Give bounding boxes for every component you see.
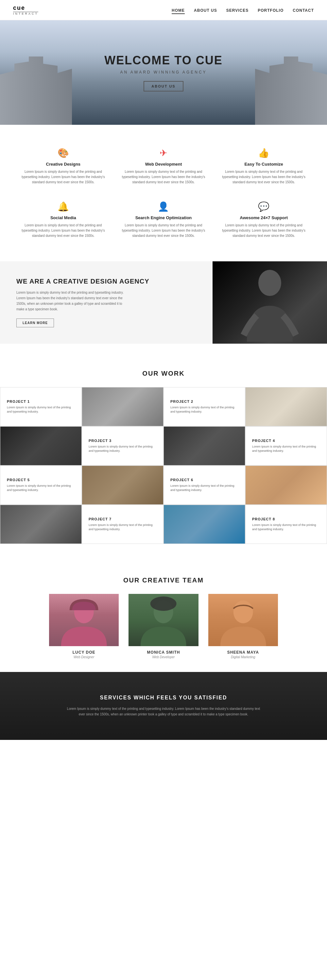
service-desc-creative: Lorem Ipsum is simply dummy text of the … [20, 169, 107, 185]
work-section-title: OUR WORK [0, 370, 327, 377]
project-3-desc: Lorem Ipsum is simply dummy text of the … [89, 445, 156, 453]
nav-portfolio[interactable]: PORTFOLIO [258, 8, 284, 13]
service-title-support: Awesome 24×7 Support [220, 215, 307, 220]
team-grid: LUCY DOE Web Designer MONICA SMITH Web D… [49, 594, 278, 659]
project-2-text: PROJECT 2 Lorem Ipsum is simply dummy te… [164, 387, 245, 426]
logo[interactable]: cue INTERACT [13, 5, 38, 15]
project-3-title: PROJECT 3 [89, 439, 156, 442]
project-1-text: PROJECT 1 Lorem Ipsum is simply dummy te… [0, 387, 82, 426]
team-photo-monica-inner [129, 594, 198, 646]
team-member-lucy: LUCY DOE Web Designer [49, 594, 119, 659]
service-item-web: ✈ Web Development Lorem Ipsum is simply … [117, 145, 211, 188]
project-8-title: PROJECT 8 [252, 517, 320, 521]
team-name-lucy: LUCY DOE [49, 650, 119, 655]
project-7-desc: Lorem Ipsum is simply dummy text of the … [89, 523, 156, 532]
team-section: OUR CREATIVE TEAM LUCY DOE Web Designer [0, 557, 327, 672]
work-section: OUR WORK PROJECT 1 Lorem Ipsum is simply… [0, 350, 327, 557]
agency-text-block: WE ARE A CREATIVE DESIGN AGENCY Lorem Ip… [0, 261, 212, 344]
logo-sub: INTERACT [13, 12, 38, 15]
hero-subtitle: AN AWARD WINNING AGENCY [104, 70, 222, 75]
service-item-creative: 🎨 Creative Designs Lorem Ipsum is simply… [16, 145, 110, 188]
svg-point-4 [233, 600, 253, 623]
services-grid: 🎨 Creative Designs Lorem Ipsum is simply… [16, 145, 311, 242]
project-2-desc: Lorem Ipsum is simply dummy text of the … [171, 406, 238, 414]
hero-cta-button[interactable]: ABOUT US [144, 81, 183, 91]
project-5-desc: Lorem Ipsum is simply dummy text of the … [7, 484, 75, 493]
creative-designs-icon: 🎨 [20, 148, 107, 158]
hero-section: WELCOME TO CUE AN AWARD WINNING AGENCY A… [0, 20, 327, 125]
project-6-text: PROJECT 6 Lorem Ipsum is simply dummy te… [164, 466, 245, 505]
work-grid: PROJECT 1 Lorem Ipsum is simply dummy te… [0, 387, 327, 544]
service-title-social: Social Media [20, 215, 107, 220]
service-item-support: 💬 Awesome 24×7 Support Lorem ipsum is si… [217, 198, 311, 242]
footer-cta-description: Lorem Ipsum is simply dummy text of the … [65, 706, 262, 717]
hero-title: WELCOME TO CUE [104, 54, 222, 67]
project-1-title: PROJECT 1 [7, 399, 75, 403]
project-1-desc: Lorem Ipsum is simply dummy text of the … [7, 406, 75, 414]
service-desc-web: Lorem Ipsum is simply dummy text of the … [120, 169, 207, 185]
services-section: 🎨 Creative Designs Lorem Ipsum is simply… [0, 125, 327, 255]
nav-about[interactable]: ABOUT US [194, 8, 217, 13]
project-4-title: PROJECT 4 [252, 439, 320, 442]
agency-image [212, 261, 327, 344]
agency-description: Lorem Ipsum is simply dummy text of the … [16, 290, 128, 312]
project-8-image [164, 505, 245, 544]
project-8-text: PROJECT 8 Lorem Ipsum is simply dummy te… [245, 505, 327, 544]
service-desc-social: Lorem ipsum is simply dummy text of the … [20, 223, 107, 239]
agency-image-inner [212, 261, 327, 344]
nav-home[interactable]: HOME [172, 8, 185, 14]
team-role-sheena: Digital Marketing [208, 655, 278, 659]
service-title-seo: Search Engine Optimization [120, 215, 207, 220]
social-media-icon: 🔔 [20, 201, 107, 212]
team-member-sheena: SHEENA MAYA Digital Marketing [208, 594, 278, 659]
nav-links: HOME ABOUT US SERVICES PORTFOLIO CONTACT [172, 7, 314, 13]
person-silhouette [240, 263, 299, 342]
svg-point-0 [258, 270, 281, 296]
project-7-title: PROJECT 7 [89, 517, 156, 521]
team-photo-sheena-inner [208, 594, 278, 646]
project-2-title: PROJECT 2 [171, 399, 238, 403]
team-photo-lucy-inner [49, 594, 119, 646]
project-4-text: PROJECT 4 Lorem Ipsum is simply dummy te… [245, 426, 327, 466]
service-desc-customize: Lorem Ipsum is simply dummy text of the … [220, 169, 307, 185]
team-name-sheena: SHEENA MAYA [208, 650, 278, 655]
project-1-image [82, 387, 164, 426]
team-photo-lucy [49, 594, 119, 646]
hero-content: WELCOME TO CUE AN AWARD WINNING AGENCY A… [104, 54, 222, 91]
team-photo-monica [129, 594, 198, 646]
project-6-image [245, 466, 327, 505]
footer-cta-title: SERVICES WHICH FEELS YOU SATISFIED [13, 695, 314, 701]
service-item-customize: 👍 Easy To Customize Lorem Ipsum is simpl… [217, 145, 311, 188]
agency-section: WE ARE A CREATIVE DESIGN AGENCY Lorem Ip… [0, 261, 327, 344]
project-4-desc: Lorem Ipsum is simply dummy text of the … [252, 445, 320, 453]
service-desc-support: Lorem ipsum is simply dummy text of the … [220, 223, 307, 239]
project-7-image [0, 505, 82, 544]
project-7-text: PROJECT 7 Lorem Ipsum is simply dummy te… [82, 505, 164, 544]
team-role-monica: Web Developer [129, 655, 198, 659]
service-title-creative: Creative Designs [20, 162, 107, 167]
agency-title: WE ARE A CREATIVE DESIGN AGENCY [16, 278, 196, 285]
logo-text: cue [13, 5, 25, 11]
nav-contact[interactable]: CONTACT [293, 8, 314, 13]
nav-services[interactable]: SERVICES [226, 8, 249, 13]
footer-cta-section: SERVICES WHICH FEELS YOU SATISFIED Lorem… [0, 672, 327, 740]
project-5-title: PROJECT 5 [7, 478, 75, 482]
customize-icon: 👍 [220, 148, 307, 158]
service-item-seo: 👤 Search Engine Optimization Lorem Ipsum… [117, 198, 211, 242]
project-3-text: PROJECT 3 Lorem Ipsum is simply dummy te… [82, 426, 164, 466]
navigation: cue INTERACT HOME ABOUT US SERVICES PORT… [0, 0, 327, 20]
support-icon: 💬 [220, 201, 307, 212]
learn-more-button[interactable]: LEARN MORE [16, 318, 54, 327]
team-photo-sheena [208, 594, 278, 646]
team-section-title: OUR CREATIVE TEAM [13, 577, 314, 584]
project-4-image [164, 426, 245, 466]
project-6-desc: Lorem Ipsum is simply dummy text of the … [171, 484, 238, 493]
service-title-customize: Easy To Customize [220, 162, 307, 167]
svg-point-3 [150, 597, 177, 611]
project-5-image [82, 466, 164, 505]
team-name-monica: MONICA SMITH [129, 650, 198, 655]
service-desc-seo: Lorem Ipsum is simply dummy text of the … [120, 223, 207, 239]
project-5-text: PROJECT 5 Lorem Ipsum is simply dummy te… [0, 466, 82, 505]
team-role-lucy: Web Designer [49, 655, 119, 659]
service-title-web: Web Development [120, 162, 207, 167]
